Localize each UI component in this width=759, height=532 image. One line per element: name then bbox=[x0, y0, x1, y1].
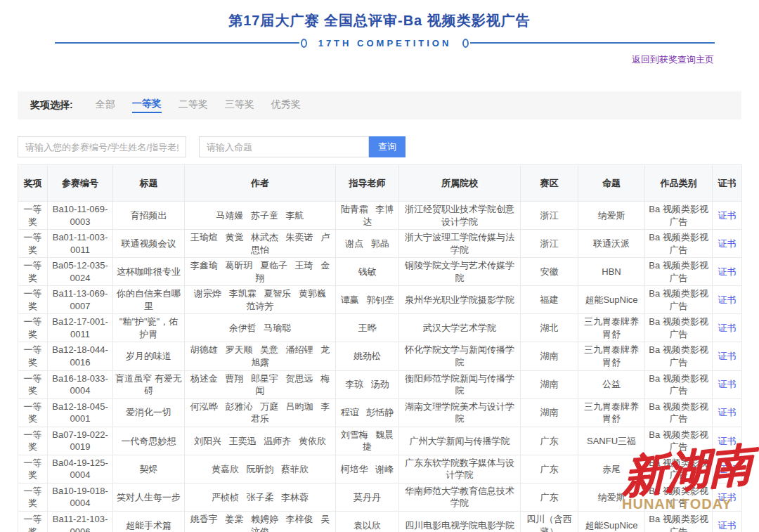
topic-cell: 三九胃泰牌养胃舒 bbox=[578, 314, 645, 342]
certificate-cell: 证书 bbox=[713, 398, 742, 427]
table-row: 一等奖 Ba01-11-003-0011 联通视频会议 王瑜煊 黄觉 林武杰 朱… bbox=[18, 230, 742, 258]
teachers-cell: 陆青霜 李博达 bbox=[336, 202, 399, 230]
award-cell: 一等奖 bbox=[18, 512, 48, 532]
school-cell: 浙大宁波理工学院传媒与法学院 bbox=[399, 230, 521, 258]
tab-third-prize[interactable]: 三等奖 bbox=[225, 98, 254, 112]
topic-cell: 公益 bbox=[578, 370, 645, 398]
tab-second-prize[interactable]: 二等奖 bbox=[179, 98, 208, 112]
teachers-cell: 刘雪梅 魏晨捷 bbox=[336, 427, 399, 455]
award-cell: 一等奖 bbox=[18, 455, 48, 483]
certificate-link[interactable]: 证书 bbox=[718, 436, 737, 446]
title-cell: 这杯咖啡很专业 bbox=[113, 258, 185, 286]
query-button[interactable]: 查询 bbox=[369, 136, 406, 157]
region-cell: 浙江 bbox=[521, 230, 578, 258]
table-row: 一等奖 Ba12-18-045-0001 爱消化一切 何泓晔 彭雅沁 万庭 吕昀… bbox=[18, 398, 742, 427]
authors-cell: 黄嘉欣 阮昕韵 蔡菲欣 bbox=[185, 455, 336, 483]
certificate-cell: 证书 bbox=[713, 455, 742, 483]
topic-cell: 超能SupNice bbox=[578, 286, 645, 314]
tab-all[interactable]: 全部 bbox=[96, 98, 115, 112]
teachers-cell: 谢点 郭晶 bbox=[336, 230, 399, 258]
topic-cell: 纳爱斯 bbox=[578, 483, 645, 511]
col-header-category: 作品类别 bbox=[645, 165, 713, 202]
school-cell: 华南师范大学教育信息技术学院 bbox=[399, 483, 521, 511]
col-header-school: 所属院校 bbox=[399, 165, 521, 202]
awards-table: 奖项 参赛编号 标题 作者 指导老师 所属院校 赛区 命题 作品类别 证书 一等… bbox=[18, 164, 742, 532]
school-cell: 四川电影电视学院电影学院 bbox=[399, 512, 521, 532]
title-cell: 岁月的味道 bbox=[113, 342, 185, 370]
certificate-cell: 证书 bbox=[713, 202, 742, 230]
certificate-cell: 证书 bbox=[713, 427, 742, 455]
back-to-query-home-link[interactable]: 返回到获奖查询主页 bbox=[632, 54, 714, 65]
table-row: 一等奖 Ba05-12-035-0024 这杯咖啡很专业 李鑫瑜 葛昕玥 夏临子… bbox=[18, 258, 742, 286]
teachers-cell: 李琼 汤劲 bbox=[336, 370, 399, 398]
certificate-link[interactable]: 证书 bbox=[718, 210, 737, 221]
entry-code-cell: Ba12-17-001-0011 bbox=[48, 314, 113, 342]
certificate-cell: 证书 bbox=[713, 512, 742, 532]
certificate-cell: 证书 bbox=[713, 370, 742, 398]
authors-cell: 姚香宇 姜棠 赖娉婷 李梓俊 吴汶俊 bbox=[185, 512, 336, 532]
topic-cell: 赤尾 bbox=[578, 455, 645, 483]
certificate-link[interactable]: 证书 bbox=[718, 238, 737, 249]
teachers-cell: 姚劲松 bbox=[336, 342, 399, 370]
certificate-link[interactable]: 证书 bbox=[718, 294, 737, 305]
divider-circle-left-icon bbox=[301, 39, 307, 48]
entry-code-cell: Ba04-19-125-0004 bbox=[48, 455, 113, 483]
entry-code-cell: Ba11-21-103-0006 bbox=[48, 512, 113, 532]
award-cell: 一等奖 bbox=[18, 230, 48, 258]
certificate-link[interactable]: 证书 bbox=[718, 351, 737, 361]
certificate-link[interactable]: 证书 bbox=[718, 492, 737, 502]
topic-cell: 纳爱斯 bbox=[578, 202, 645, 230]
category-cell: Ba 视频类影视广告 bbox=[645, 483, 713, 511]
title-cell: 超能手术篇 bbox=[113, 512, 185, 532]
table-row: 一等奖 Ba11-21-103-0006 超能手术篇 姚香宇 姜棠 赖娉婷 李梓… bbox=[18, 512, 742, 532]
region-cell: 福建 bbox=[521, 286, 578, 314]
divider-line-right bbox=[470, 42, 715, 44]
table-body: 一等奖 Ba10-11-069-0003 育招频出 马靖嫚 苏子童 李航 陆青霜… bbox=[18, 202, 742, 532]
certificate-cell: 证书 bbox=[713, 342, 742, 370]
page: 第17届大广赛 全国总评审-Ba 视频类影视广告 17TH COMPETITIO… bbox=[0, 0, 759, 532]
school-cell: 泉州华光职业学院摄影学院 bbox=[399, 286, 521, 314]
award-cell: 一等奖 bbox=[18, 286, 48, 314]
certificate-link[interactable]: 证书 bbox=[718, 266, 737, 277]
category-cell: Ba 视频类影视广告 bbox=[645, 398, 713, 427]
certificate-link[interactable]: 证书 bbox=[718, 407, 737, 417]
category-cell: Ba 视频类影视广告 bbox=[645, 455, 713, 483]
region-cell: 浙江 bbox=[521, 202, 578, 230]
table-row: 一等奖 Ba11-13-069-0007 你的自信来自哪里 谢宗烨 李凯霖 夏智… bbox=[18, 286, 742, 314]
col-header-region: 赛区 bbox=[521, 165, 578, 202]
certificate-link[interactable]: 证书 bbox=[718, 464, 737, 474]
school-cell: 湖南文理学院美术与设计学院 bbox=[399, 398, 521, 427]
school-cell: 广东东软学院数字媒体与设计学院 bbox=[399, 455, 521, 483]
category-cell: Ba 视频类影视广告 bbox=[645, 512, 713, 532]
keyword-search-input[interactable] bbox=[18, 136, 186, 157]
certificate-link[interactable]: 证书 bbox=[718, 520, 737, 531]
award-cell: 一等奖 bbox=[18, 202, 48, 230]
col-header-entry-code: 参赛编号 bbox=[48, 165, 113, 202]
authors-cell: 余伊哲 马瑜聪 bbox=[185, 314, 336, 342]
authors-cell: 胡德雄 罗天顺 吴意 潘绍锂 龙旭露 bbox=[185, 342, 336, 370]
award-cell: 一等奖 bbox=[18, 342, 48, 370]
certificate-link[interactable]: 证书 bbox=[718, 379, 737, 389]
topic-cell: 三九胃泰牌养胃舒 bbox=[578, 342, 645, 370]
topic-cell: HBN bbox=[578, 258, 645, 286]
topic-search-input[interactable] bbox=[199, 136, 369, 157]
certificate-cell: 证书 bbox=[713, 483, 742, 511]
award-filter-label: 奖项选择: bbox=[30, 99, 73, 112]
divider-line-left bbox=[55, 42, 299, 44]
entry-code-cell: Ba01-11-003-0011 bbox=[48, 230, 113, 258]
title-cell: 盲道虽窄 有爱无碍 bbox=[113, 370, 185, 398]
table-header-row: 奖项 参赛编号 标题 作者 指导老师 所属院校 赛区 命题 作品类别 证书 bbox=[18, 165, 742, 202]
authors-cell: 严桢桢 张子柔 李林蓉 bbox=[185, 483, 336, 511]
certificate-cell: 证书 bbox=[713, 230, 742, 258]
teachers-cell: 谭赢 郭钊垄 bbox=[336, 286, 399, 314]
title-cell: "釉"护"瓷"，佑护胃 bbox=[113, 314, 185, 342]
tab-first-prize[interactable]: 一等奖 bbox=[132, 98, 162, 113]
category-cell: Ba 视频类影视广告 bbox=[645, 286, 713, 314]
category-cell: Ba 视频类影视广告 bbox=[645, 258, 713, 286]
award-cell: 一等奖 bbox=[18, 398, 48, 427]
teachers-cell: 袁以欣 bbox=[336, 512, 399, 532]
teachers-cell: 柯培华 谢峰 bbox=[336, 455, 399, 483]
certificate-link[interactable]: 证书 bbox=[718, 323, 737, 333]
tab-excellent-prize[interactable]: 优秀奖 bbox=[271, 98, 301, 112]
entry-code-cell: Ba12-18-044-0016 bbox=[48, 342, 113, 370]
